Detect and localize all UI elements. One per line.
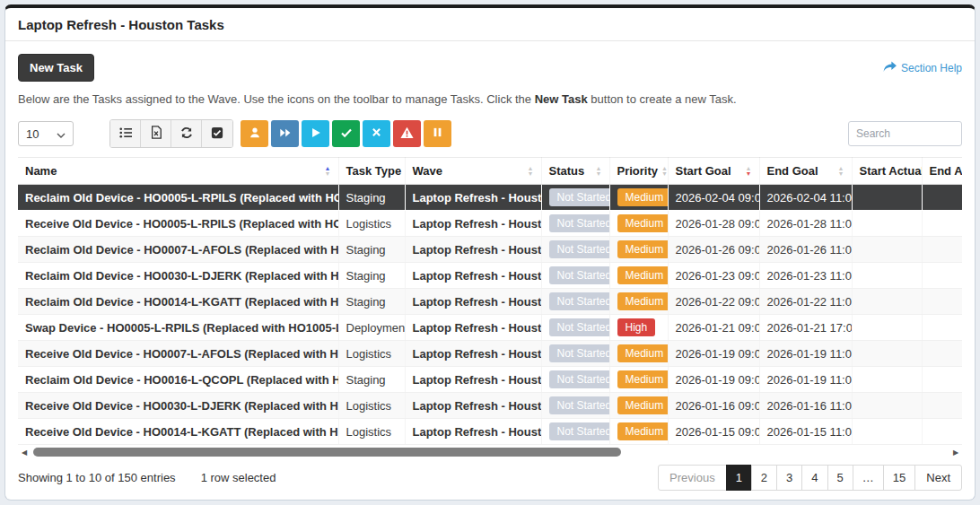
priority-badge: Medium: [617, 188, 669, 206]
play-icon: [310, 126, 322, 142]
table-row[interactable]: Swap Device - HO0005-L-RPILS (Replaced w…: [18, 315, 962, 341]
fast-forward-icon: [279, 126, 292, 142]
table-row[interactable]: Receive Old Device - HO0007-L-AFOLS (Rep…: [18, 341, 962, 367]
task-type-cell: Staging: [338, 185, 405, 211]
column-label: Name: [25, 164, 57, 178]
task-type-cell: Staging: [338, 289, 405, 315]
start-goal-cell: 2026-01-15 09:00:00: [668, 419, 759, 445]
column-header[interactable]: Priority ▲▼: [609, 158, 668, 185]
table-row[interactable]: Receive Old Device - HO0005-L-RPILS (Rep…: [18, 211, 962, 237]
end-actual-cell: [922, 185, 962, 211]
column-header[interactable]: Start Goal ▲▼: [668, 158, 759, 185]
select-all-button[interactable]: [202, 120, 232, 147]
scrollbar-thumb[interactable]: [33, 448, 621, 457]
pagination-button[interactable]: 4: [801, 465, 827, 491]
end-actual-cell: [922, 315, 962, 341]
tasks-panel: Laptop Refresh - Houston Tasks New Task …: [4, 4, 976, 501]
pagination-button[interactable]: Next: [914, 465, 962, 491]
end-goal-cell: 2026-02-04 11:00:00: [759, 185, 852, 211]
cancel-task-button[interactable]: [363, 120, 390, 147]
horizontal-scrollbar: ◀ ▶: [18, 447, 962, 457]
utility-button-group: [109, 119, 233, 148]
table-row[interactable]: Reclaim Old Device - HO0007-L-AFOLS (Rep…: [18, 237, 962, 263]
status-badge: Not Started: [549, 240, 610, 258]
pagination-button[interactable]: 2: [751, 465, 777, 491]
pagination-button[interactable]: Previous: [658, 465, 727, 491]
task-name-cell: Reclaim Old Device - HO0030-L-DJERK (Rep…: [18, 263, 338, 289]
column-label: Start Goal: [676, 164, 731, 178]
refresh-button[interactable]: [171, 120, 202, 147]
status-badge: Not Started: [549, 188, 610, 206]
table-row[interactable]: Receive Old Device - HO0014-L-KGATT (Rep…: [18, 419, 962, 445]
status-cell: Not Started: [541, 211, 609, 237]
priority-cell: High: [609, 315, 668, 341]
column-header[interactable]: End Goal ▲▼: [759, 158, 852, 185]
footer-status: Showing 1 to 10 of 150 entries 1 row sel…: [18, 471, 276, 484]
priority-cell: Medium: [609, 393, 668, 419]
end-goal-cell: 2026-01-22 11:00:00: [759, 289, 852, 315]
task-name-cell: Reclaim Old Device - HO0007-L-AFOLS (Rep…: [18, 237, 338, 263]
table-row[interactable]: Reclaim Old Device - HO0014-L-KGATT (Rep…: [18, 289, 962, 315]
warning-triangle-icon: [400, 126, 414, 142]
wave-cell: Laptop Refresh - Houston: [405, 263, 541, 289]
status-badge: Not Started: [549, 422, 610, 440]
list-view-button[interactable]: [110, 120, 141, 147]
scroll-left-icon[interactable]: ◀: [18, 448, 31, 457]
priority-cell: Medium: [609, 289, 668, 315]
section-help-link[interactable]: Section Help: [883, 61, 962, 75]
task-type-cell: Staging: [338, 367, 405, 393]
page-length-value: 10: [26, 127, 39, 141]
complete-task-button[interactable]: [332, 120, 360, 147]
task-type-cell: Deployment: [338, 315, 405, 341]
flag-issue-button[interactable]: [393, 120, 421, 147]
end-actual-cell: [922, 419, 962, 445]
end-actual-cell: [922, 211, 962, 237]
fast-forward-task-button[interactable]: [271, 120, 299, 147]
status-badge: Not Started: [549, 266, 610, 284]
status-cell: Not Started: [541, 237, 609, 263]
table-row[interactable]: Reclaim Old Device - HO0005-L-RPILS (Rep…: [18, 185, 962, 211]
search-input[interactable]: [848, 121, 962, 146]
wave-cell: Laptop Refresh - Houston: [405, 419, 541, 445]
task-action-buttons: [241, 120, 451, 147]
page-length-select[interactable]: 10: [18, 121, 74, 146]
pagination-button[interactable]: 1: [726, 465, 752, 491]
start-task-button[interactable]: [302, 120, 329, 147]
hold-task-button[interactable]: [424, 120, 451, 147]
pagination-button[interactable]: 15: [883, 465, 915, 491]
table-row[interactable]: Receive Old Device - HO0030-L-DJERK (Rep…: [18, 393, 962, 419]
column-header[interactable]: End Actual ▲▼: [922, 158, 962, 185]
start-actual-cell: [852, 211, 922, 237]
start-goal-cell: 2026-01-28 09:00:00: [668, 211, 759, 237]
start-actual-cell: [852, 419, 922, 445]
export-excel-button[interactable]: [141, 120, 171, 147]
new-task-button[interactable]: New Task: [18, 54, 94, 82]
scroll-right-icon[interactable]: ▶: [949, 448, 962, 457]
table-toolbar: 10: [18, 119, 962, 148]
priority-cell: Medium: [609, 211, 668, 237]
task-type-cell: Logistics: [338, 211, 405, 237]
table-row[interactable]: Reclaim Old Device - HO0030-L-DJERK (Rep…: [18, 263, 962, 289]
column-header[interactable]: Wave ▲▼: [405, 158, 541, 185]
end-goal-cell: 2026-01-15 11:00:00: [759, 419, 852, 445]
column-header[interactable]: Name ▲▼: [18, 158, 338, 185]
scrollbar-track[interactable]: [31, 448, 949, 457]
wave-cell: Laptop Refresh - Houston: [405, 367, 541, 393]
wave-cell: Laptop Refresh - Houston: [405, 237, 541, 263]
task-table-body: Reclaim Old Device - HO0005-L-RPILS (Rep…: [18, 185, 962, 445]
start-goal-cell: 2026-01-26 09:00:00: [668, 237, 759, 263]
priority-badge: Medium: [617, 396, 669, 414]
pagination-button[interactable]: 3: [776, 465, 802, 491]
assign-user-button[interactable]: [241, 120, 268, 147]
actions-row: New Task Section Help: [18, 54, 962, 82]
column-header[interactable]: Status ▲▼: [541, 158, 609, 185]
priority-cell: Medium: [609, 367, 668, 393]
table-row[interactable]: Reclaim Old Device - HO0016-L-QCOPL (Rep…: [18, 367, 962, 393]
end-actual-cell: [922, 393, 962, 419]
end-goal-cell: 2026-01-16 11:00:00: [759, 393, 852, 419]
column-header[interactable]: Task Type ▲▼: [338, 158, 405, 185]
pagination: Previous12345…15Next: [658, 465, 962, 491]
column-header[interactable]: Start Actual ▲▼: [852, 158, 922, 185]
pagination-button[interactable]: 5: [827, 465, 853, 491]
priority-cell: Medium: [609, 237, 668, 263]
